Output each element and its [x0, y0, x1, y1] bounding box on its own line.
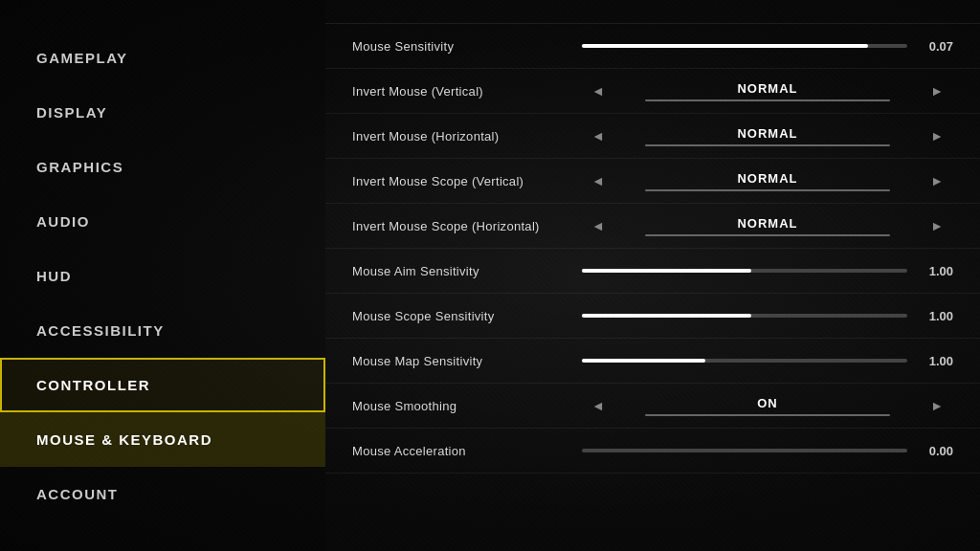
setting-label-invert-mouse-scope-vertical: Invert Mouse Scope (Vertical) — [352, 174, 582, 188]
setting-row-mouse-acceleration: Mouse Acceleration0.00 — [325, 429, 980, 474]
arrow-right-invert-mouse-horizontal[interactable]: ► — [921, 128, 953, 143]
toggle-wrapper-mouse-smoothing: ◄ON► — [582, 396, 953, 416]
toggle-label-invert-mouse-scope-horizontal: NORMAL — [737, 216, 797, 231]
arrow-left-invert-mouse-horizontal[interactable]: ◄ — [582, 128, 614, 143]
setting-label-mouse-smoothing: Mouse Smoothing — [352, 399, 582, 413]
setting-control-mouse-scope-sensitivity: 1.00 — [582, 309, 953, 323]
arrow-right-invert-mouse-scope-horizontal[interactable]: ► — [921, 218, 953, 233]
arrow-left-invert-mouse-vertical[interactable]: ◄ — [582, 83, 614, 99]
settings-list: Mouse Sensitivity0.07Invert Mouse (Verti… — [325, 24, 980, 474]
setting-label-invert-mouse-horizontal: Invert Mouse (Horizontal) — [352, 129, 582, 143]
setting-row-mouse-aim-sensitivity: Mouse Aim Sensitivity1.00 — [325, 249, 980, 294]
toggle-label-invert-mouse-vertical: NORMAL — [737, 81, 797, 96]
sidebar: GAMEPLAYDISPLAYGRAPHICSAUDIOHUDACCESSIBI… — [0, 0, 325, 551]
arrow-left-invert-mouse-scope-vertical[interactable]: ◄ — [582, 173, 614, 188]
main-content: Mouse Sensitivity0.07Invert Mouse (Verti… — [325, 0, 980, 551]
setting-control-mouse-acceleration: 0.00 — [582, 444, 953, 458]
toggle-wrapper-invert-mouse-horizontal: ◄NORMAL► — [582, 126, 953, 146]
slider-value-mouse-acceleration: 0.00 — [917, 444, 953, 458]
sidebar-item-account[interactable]: ACCOUNT — [0, 467, 325, 521]
toggle-block-invert-mouse-vertical: NORMAL — [614, 81, 921, 101]
setting-label-mouse-aim-sensitivity: Mouse Aim Sensitivity — [352, 264, 582, 278]
setting-label-mouse-scope-sensitivity: Mouse Scope Sensitivity — [352, 309, 582, 323]
setting-row-mouse-smoothing: Mouse Smoothing◄ON► — [325, 384, 980, 429]
setting-label-mouse-sensitivity: Mouse Sensitivity — [352, 39, 582, 54]
setting-label-invert-mouse-scope-horizontal: Invert Mouse Scope (Horizontal) — [352, 219, 582, 233]
slider-wrapper-mouse-aim-sensitivity[interactable]: 1.00 — [582, 264, 953, 278]
setting-control-mouse-sensitivity: 0.07 — [582, 39, 953, 54]
slider-fill-mouse-sensitivity — [582, 44, 868, 48]
arrow-right-invert-mouse-vertical[interactable]: ► — [921, 83, 953, 99]
slider-wrapper-mouse-scope-sensitivity[interactable]: 1.00 — [582, 309, 953, 323]
setting-control-invert-mouse-horizontal: ◄NORMAL► — [582, 126, 953, 146]
toggle-block-invert-mouse-horizontal: NORMAL — [614, 126, 921, 146]
sidebar-item-controller[interactable]: CONTROLLER — [0, 358, 325, 412]
setting-row-invert-mouse-horizontal: Invert Mouse (Horizontal)◄NORMAL► — [325, 114, 980, 159]
setting-control-mouse-smoothing: ◄ON► — [582, 396, 953, 416]
toggle-label-mouse-smoothing: ON — [757, 396, 778, 410]
setting-row-invert-mouse-vertical: Invert Mouse (Vertical)◄NORMAL► — [325, 69, 980, 114]
slider-track-mouse-map-sensitivity[interactable] — [582, 359, 907, 363]
setting-control-invert-mouse-scope-horizontal: ◄NORMAL► — [582, 216, 953, 236]
setting-control-mouse-aim-sensitivity: 1.00 — [582, 264, 953, 278]
toggle-underline-invert-mouse-horizontal — [645, 144, 890, 146]
slider-track-mouse-scope-sensitivity[interactable] — [582, 314, 907, 318]
setting-label-invert-mouse-vertical: Invert Mouse (Vertical) — [352, 84, 582, 99]
toggle-wrapper-invert-mouse-scope-vertical: ◄NORMAL► — [582, 171, 953, 191]
sidebar-item-audio[interactable]: AUDIO — [0, 194, 325, 249]
toggle-block-invert-mouse-scope-horizontal: NORMAL — [614, 216, 921, 236]
sidebar-item-hud[interactable]: HUD — [0, 249, 325, 303]
slider-value-mouse-aim-sensitivity: 1.00 — [917, 264, 953, 278]
slider-fill-mouse-map-sensitivity — [582, 359, 705, 363]
app-container: GAMEPLAYDISPLAYGRAPHICSAUDIOHUDACCESSIBI… — [0, 0, 980, 551]
arrow-left-invert-mouse-scope-horizontal[interactable]: ◄ — [582, 218, 614, 233]
slider-value-mouse-scope-sensitivity: 1.00 — [917, 309, 953, 323]
setting-row-invert-mouse-scope-vertical: Invert Mouse Scope (Vertical)◄NORMAL► — [325, 159, 980, 204]
sidebar-item-accessibility[interactable]: ACCESSIBILITY — [0, 303, 325, 358]
slider-fill-mouse-aim-sensitivity — [582, 269, 751, 273]
toggle-label-invert-mouse-scope-vertical: NORMAL — [737, 171, 797, 186]
setting-control-mouse-map-sensitivity: 1.00 — [582, 354, 953, 368]
section-title — [325, 0, 980, 24]
toggle-block-mouse-smoothing: ON — [614, 396, 921, 416]
slider-track-mouse-aim-sensitivity[interactable] — [582, 269, 907, 273]
slider-value-mouse-map-sensitivity: 1.00 — [917, 354, 953, 368]
toggle-underline-invert-mouse-scope-horizontal — [645, 234, 890, 236]
toggle-underline-invert-mouse-scope-vertical — [645, 189, 890, 191]
toggle-underline-invert-mouse-vertical — [645, 99, 890, 101]
slider-track-mouse-sensitivity[interactable] — [582, 44, 907, 48]
sidebar-item-gameplay[interactable]: GAMEPLAY — [0, 31, 325, 85]
sidebar-item-display[interactable]: DISPLAY — [0, 85, 325, 140]
setting-label-mouse-acceleration: Mouse Acceleration — [352, 444, 582, 458]
slider-wrapper-mouse-sensitivity[interactable]: 0.07 — [582, 39, 953, 54]
slider-track-mouse-acceleration[interactable] — [582, 449, 907, 452]
setting-row-invert-mouse-scope-horizontal: Invert Mouse Scope (Horizontal)◄NORMAL► — [325, 204, 980, 249]
toggle-label-invert-mouse-horizontal: NORMAL — [737, 126, 797, 141]
arrow-left-mouse-smoothing[interactable]: ◄ — [582, 398, 614, 413]
arrow-right-invert-mouse-scope-vertical[interactable]: ► — [921, 173, 953, 188]
slider-value-mouse-sensitivity: 0.07 — [917, 39, 953, 54]
setting-control-invert-mouse-vertical: ◄NORMAL► — [582, 81, 953, 101]
arrow-right-mouse-smoothing[interactable]: ► — [921, 398, 953, 413]
slider-wrapper-mouse-acceleration[interactable]: 0.00 — [582, 444, 953, 458]
sidebar-item-graphics[interactable]: GRAPHICS — [0, 140, 325, 194]
toggle-underline-mouse-smoothing — [645, 414, 890, 416]
toggle-wrapper-invert-mouse-vertical: ◄NORMAL► — [582, 81, 953, 101]
setting-row-mouse-scope-sensitivity: Mouse Scope Sensitivity1.00 — [325, 294, 980, 339]
toggle-wrapper-invert-mouse-scope-horizontal: ◄NORMAL► — [582, 216, 953, 236]
sidebar-item-mouse-keyboard[interactable]: MOUSE & KEYBOARD — [0, 412, 325, 467]
slider-fill-mouse-scope-sensitivity — [582, 314, 751, 318]
toggle-block-invert-mouse-scope-vertical: NORMAL — [614, 171, 921, 191]
setting-row-mouse-sensitivity: Mouse Sensitivity0.07 — [325, 24, 980, 69]
setting-label-mouse-map-sensitivity: Mouse Map Sensitivity — [352, 354, 582, 368]
setting-control-invert-mouse-scope-vertical: ◄NORMAL► — [582, 171, 953, 191]
slider-wrapper-mouse-map-sensitivity[interactable]: 1.00 — [582, 354, 953, 368]
setting-row-mouse-map-sensitivity: Mouse Map Sensitivity1.00 — [325, 339, 980, 384]
